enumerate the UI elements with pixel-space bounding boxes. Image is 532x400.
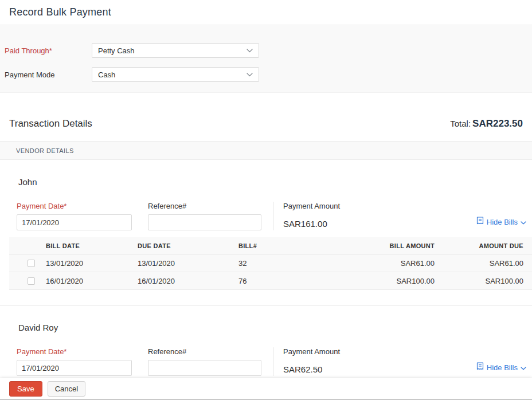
bill-receipt-icon	[476, 217, 484, 227]
col-bill-date: BILL DATE	[37, 242, 128, 249]
hide-bills-label: Hide Bills	[487, 363, 518, 372]
bills-table: BILL DATE DUE DATE BILL# BILL AMOUNT AMO…	[9, 237, 532, 290]
reference-label: Reference#	[148, 202, 261, 210]
bill-checkbox[interactable]	[28, 260, 35, 267]
amount-due: SAR100.00	[435, 277, 532, 285]
payment-mode-value: Cash	[98, 70, 115, 79]
payment-date-input[interactable]	[17, 214, 132, 230]
payment-amount-label: Payment Amount	[283, 347, 340, 356]
bill-amount: SAR61.00	[321, 259, 435, 268]
paid-through-select[interactable]: Petty Cash	[92, 43, 259, 58]
vendor-fields-row: Payment Date* Reference# Payment Amount …	[17, 202, 527, 230]
payment-amount-region: Payment Amount SAR161.00 Hide Bills	[273, 202, 527, 230]
total-value: SAR223.50	[471, 118, 523, 129]
payment-amount-value: SAR62.50	[283, 364, 340, 376]
paid-through-value: Petty Cash	[98, 46, 135, 55]
vendor-details-label: VENDOR DETAILS	[16, 147, 74, 154]
hide-bills-link[interactable]: Hide Bills	[476, 217, 526, 227]
chevron-down-icon	[247, 49, 253, 53]
due-date: 16/01/2020	[128, 277, 229, 285]
bill-checkbox[interactable]	[28, 277, 35, 285]
bill-row: 13/01/2020 13/01/2020 32 SAR61.00 SAR61.…	[9, 254, 532, 272]
paid-through-label: Paid Through*	[0, 46, 92, 55]
payment-date-field: Payment Date*	[17, 202, 132, 230]
transaction-details-header: Transaction Details Total:SAR223.50	[0, 118, 532, 130]
col-bill-no: BILL#	[229, 242, 321, 249]
record-bulk-payment-page: Record Bulk Payment Paid Through* Petty …	[0, 0, 532, 400]
bill-receipt-icon	[476, 362, 484, 372]
payment-amount-value: SAR161.00	[283, 219, 340, 230]
reference-input[interactable]	[148, 360, 261, 376]
payment-amount-stack: Payment Amount SAR161.00	[283, 202, 340, 230]
bill-row: 16/01/2020 16/01/2020 76 SAR100.00 SAR10…	[9, 272, 532, 290]
vendor-block-john: John Payment Date* Reference# Payment Am…	[0, 177, 532, 290]
cancel-button[interactable]: Cancel	[48, 381, 85, 397]
vendor-fields-row: Payment Date* Reference# Payment Amount …	[17, 347, 527, 376]
bill-number: 76	[229, 277, 321, 285]
vendor-name: David Roy	[18, 323, 523, 332]
payment-date-input[interactable]	[17, 360, 132, 376]
page-title: Record Bulk Payment	[9, 6, 111, 18]
col-due-date: DUE DATE	[128, 242, 229, 249]
vendor-divider	[0, 305, 532, 305]
bill-number: 32	[229, 259, 321, 268]
paid-through-row: Paid Through* Petty Cash	[0, 43, 532, 58]
payment-mode-select[interactable]: Cash	[92, 67, 259, 82]
transaction-details-title: Transaction Details	[9, 118, 92, 130]
reference-input[interactable]	[148, 214, 261, 230]
chevron-down-icon	[247, 73, 253, 77]
reference-label: Reference#	[148, 347, 261, 356]
payment-mode-label: Payment Mode	[0, 70, 92, 79]
chevron-down-icon	[521, 218, 526, 226]
bill-checkbox-cell	[9, 277, 37, 285]
total-label: Total:	[450, 119, 471, 128]
payment-date-field: Payment Date*	[17, 347, 132, 376]
payment-amount-region: Payment Amount SAR62.50 Hide Bills	[273, 347, 527, 376]
hide-bills-label: Hide Bills	[487, 218, 518, 226]
vendor-details-bar: VENDOR DETAILS	[0, 141, 532, 160]
due-date: 13/01/2020	[128, 259, 229, 268]
vendor-block-david-roy: David Roy Payment Date* Reference# Payme…	[0, 323, 532, 376]
bill-amount: SAR100.00	[321, 277, 435, 285]
vendor-name: John	[18, 177, 523, 187]
payment-date-label: Payment Date*	[17, 347, 132, 356]
col-bill-amount: BILL AMOUNT	[321, 242, 435, 249]
chevron-down-icon	[521, 363, 526, 372]
reference-field: Reference#	[148, 347, 261, 376]
payment-date-label: Payment Date*	[17, 202, 132, 210]
transaction-total: Total:SAR223.50	[450, 118, 523, 130]
page-header: Record Bulk Payment	[0, 0, 532, 25]
payment-mode-row: Payment Mode Cash	[0, 67, 532, 82]
save-button[interactable]: Save	[9, 381, 42, 397]
col-amount-due: AMOUNT DUE	[435, 242, 532, 249]
bill-date: 13/01/2020	[37, 259, 128, 268]
bills-table-header: BILL DATE DUE DATE BILL# BILL AMOUNT AMO…	[9, 237, 532, 254]
bill-date: 16/01/2020	[37, 277, 128, 285]
bill-checkbox-cell	[9, 260, 37, 267]
reference-field: Reference#	[148, 202, 261, 230]
amount-due: SAR61.00	[435, 259, 532, 268]
payment-amount-label: Payment Amount	[283, 202, 340, 210]
payment-amount-stack: Payment Amount SAR62.50	[283, 347, 340, 376]
hide-bills-link[interactable]: Hide Bills	[476, 362, 526, 372]
action-footer: Save Cancel	[0, 378, 532, 399]
payment-settings-form: Paid Through* Petty Cash Payment Mode Ca…	[0, 25, 532, 93]
